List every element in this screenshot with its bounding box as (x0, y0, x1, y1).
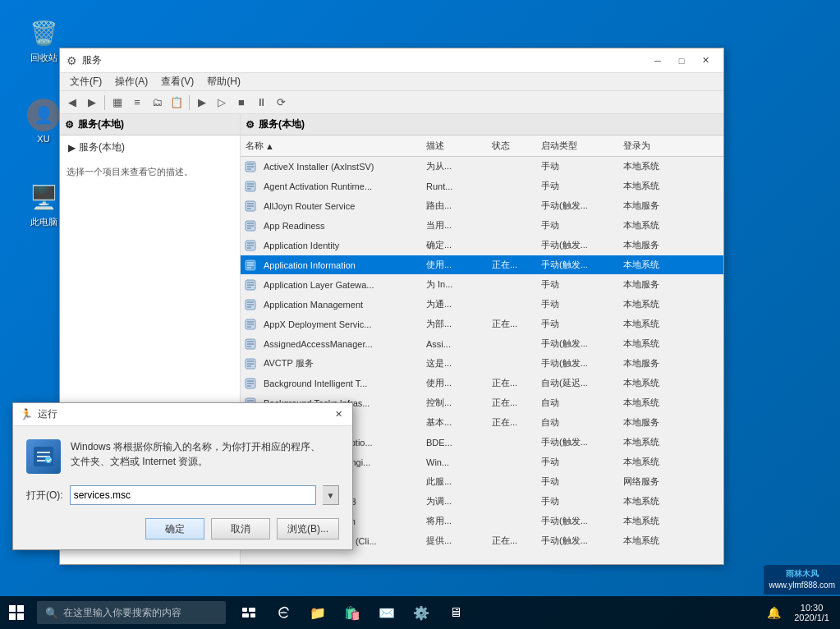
service-status (487, 303, 536, 306)
toolbar-list-view[interactable]: ▦ (108, 94, 126, 112)
tree-item-local[interactable]: ▶ 服务(本地) (65, 139, 235, 156)
service-row[interactable]: AssignedAccessManager... Assi... 手动(触发..… (241, 334, 723, 354)
service-status (487, 204, 536, 208)
clock-date: 2020/1/1 (794, 613, 829, 622)
service-icon (244, 318, 257, 331)
service-startup: 手动(触发... (536, 237, 618, 253)
minimize-button[interactable]: ─ (646, 53, 669, 69)
service-row[interactable]: App Readiness 当用... 手动 本地系统 (241, 216, 723, 236)
svg-rect-27 (249, 608, 255, 612)
service-row[interactable]: AVCTP 服务 这是... 手动(触发... 本地服务 (241, 354, 723, 374)
service-startup: 手动 (536, 474, 618, 489)
service-row[interactable]: Application Information 使用... 正在... 手动(触… (241, 255, 723, 275)
left-panel-tree: ▶ 服务(本地) (60, 135, 240, 159)
run-close-button[interactable]: ✕ (331, 407, 346, 422)
service-icon (244, 219, 257, 232)
svg-rect-25 (17, 613, 24, 620)
service-status (487, 165, 536, 168)
service-status: 正在... (487, 533, 536, 549)
service-row[interactable]: Agent Activation Runtime... Runt... 手动 本… (241, 177, 723, 196)
col-header-desc[interactable]: 描述 (421, 138, 487, 154)
service-desc: BDE... (421, 436, 487, 449)
mail-button[interactable]: ✉️ (370, 596, 403, 629)
service-startup: 手动 (536, 218, 618, 233)
toolbar-play-item[interactable]: ▷ (213, 94, 231, 112)
notification-icon[interactable]: 🔔 (761, 596, 786, 629)
run-input-field[interactable] (70, 485, 316, 505)
left-panel-title: 服务(本地) (78, 117, 124, 131)
service-name: AppX Deployment Servic... (259, 318, 376, 331)
toolbar-detail-view[interactable]: ≡ (128, 94, 146, 112)
toolbar-sep2 (189, 95, 190, 110)
service-login: 本地系统 (618, 494, 723, 509)
run-cancel-button[interactable]: 取消 (211, 518, 270, 539)
edge-button[interactable] (267, 596, 300, 629)
service-row[interactable]: Application Layer Gatewa... 为 In... 手动 本… (241, 275, 723, 295)
menu-action[interactable]: 操作(A) (108, 73, 154, 90)
toolbar-restart[interactable]: ⟳ (272, 94, 290, 112)
ylmf-brand: 雨林木风 (769, 568, 835, 580)
toolbar-back[interactable]: ◀ (63, 94, 81, 112)
service-row[interactable]: AllJoyn Router Service 路由... 手动(触发... 本地… (241, 196, 723, 216)
service-icon (244, 180, 257, 193)
run-description: Windows 将根据你所输入的名称，为你打开相应的程序、 文件夹、文档或 In… (71, 439, 320, 469)
service-desc: 为部... (421, 316, 487, 332)
service-status: 正在... (487, 257, 536, 273)
taskbar-search-text: 在这里输入你要搜索的内容 (63, 606, 181, 620)
service-login: 本地系统 (618, 178, 723, 194)
toolbar-pause[interactable]: ⏸ (252, 94, 270, 112)
service-status (487, 480, 536, 484)
file-explorer-button[interactable]: 📁 (301, 596, 334, 629)
run-ok-button[interactable]: 确定 (145, 518, 204, 539)
col-header-startup[interactable]: 启动类型 (536, 138, 618, 154)
run-body: Windows 将根据你所输入的名称，为你打开相应的程序、 文件夹、文档或 In… (13, 426, 352, 549)
service-row[interactable]: Application Identity 确定... 手动(触发... 本地服务 (241, 236, 723, 255)
service-name: App Readiness (259, 219, 330, 232)
menu-file[interactable]: 文件(F) (63, 73, 108, 90)
service-status: 正在... (487, 375, 536, 391)
service-row[interactable]: Background Intelligent T... 使用... 正在... … (241, 374, 723, 393)
close-button[interactable]: ✕ (694, 53, 717, 69)
service-startup: 手动 (536, 277, 618, 292)
service-status (487, 461, 536, 464)
taskbar-clock[interactable]: 10:30 2020/1/1 (787, 603, 836, 622)
services-titlebar: ⚙ 服务 ─ □ ✕ (60, 48, 723, 73)
mmc-button[interactable]: 🖥 (439, 596, 472, 629)
service-row[interactable]: AppX Deployment Servic... 为部... 正在... 手动… (241, 314, 723, 334)
store-button[interactable]: 🛍️ (336, 596, 369, 629)
svg-rect-24 (9, 613, 16, 620)
maximize-button[interactable]: □ (670, 53, 693, 69)
svg-rect-29 (250, 613, 255, 618)
service-row[interactable]: ActiveX Installer (AxInstSV) 为从... 手动 本地… (241, 157, 723, 177)
service-name: Application Management (259, 298, 368, 311)
toolbar-forward[interactable]: ▶ (83, 94, 101, 112)
this-pc-icon: 🖥️ (27, 181, 60, 213)
service-status (487, 342, 536, 346)
menu-view[interactable]: 查看(V) (154, 73, 200, 90)
run-dropdown-button[interactable]: ▼ (323, 485, 339, 505)
taskview-button[interactable] (232, 596, 265, 629)
service-startup: 手动(触发... (536, 198, 618, 213)
settings-button[interactable]: ⚙️ (405, 596, 438, 629)
service-startup: 手动 (536, 178, 618, 194)
toolbar-tree-view[interactable]: 🗂 (148, 94, 166, 112)
service-icon (244, 377, 257, 390)
service-desc: 确定... (421, 237, 487, 253)
toolbar-play[interactable]: ▶ (193, 94, 211, 112)
recycle-bin-icon: 🗑️ (27, 16, 60, 49)
col-header-status[interactable]: 状态 (487, 138, 536, 154)
menu-help[interactable]: 帮助(H) (200, 73, 247, 90)
col-header-name[interactable]: 名称 ▲ (241, 138, 421, 154)
run-titlebar: 🏃 运行 ✕ (13, 403, 352, 426)
run-browse-button[interactable]: 浏览(B)... (277, 518, 339, 539)
taskbar-search[interactable]: 🔍 在这里输入你要搜索的内容 (37, 601, 226, 624)
col-header-login[interactable]: 登录为 (618, 138, 723, 154)
start-button[interactable] (0, 596, 33, 629)
service-startup: 手动 (536, 454, 618, 470)
user-account-icon: 👤 (27, 99, 60, 131)
toolbar-stop[interactable]: ■ (232, 94, 250, 112)
service-startup: 手动 (536, 494, 618, 509)
service-desc: Runt... (421, 180, 487, 193)
toolbar-show-hide[interactable]: 📋 (168, 94, 186, 112)
service-row[interactable]: Application Management 为通... 手动 本地系统 (241, 295, 723, 314)
